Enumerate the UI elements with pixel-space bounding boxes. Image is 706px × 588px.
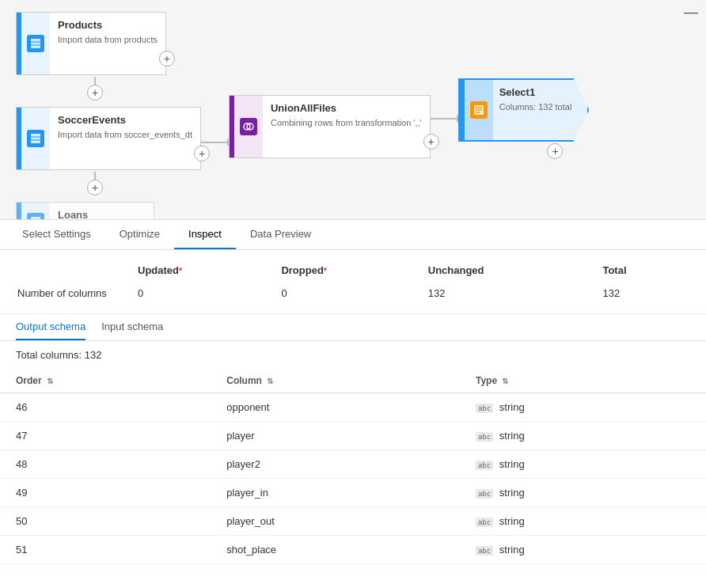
row-type: abc string xyxy=(460,507,706,536)
col-order-header[interactable]: Order ⇅ xyxy=(0,369,211,393)
row-order: 48 xyxy=(0,450,211,479)
row-column: player xyxy=(211,422,460,450)
union-icon xyxy=(240,118,257,135)
table-row: 46 opponent abc string xyxy=(0,393,706,422)
stats-row-label: Number of columns xyxy=(17,283,136,304)
svg-rect-6 xyxy=(31,217,40,220)
select1-node[interactable]: Select1 Columns: 132 total xyxy=(458,78,590,142)
column-sort-icon: ⇅ xyxy=(267,377,273,385)
select1-title: Select1 xyxy=(499,86,572,98)
schema-table: Order ⇅ Column ⇅ Type ⇅ 46 opponent xyxy=(0,369,706,564)
soccer-events-icon xyxy=(27,130,44,147)
row-type: abc string xyxy=(460,450,706,479)
schema-tab-input[interactable]: Input schema xyxy=(101,314,163,340)
table-row: 48 player2 abc string xyxy=(0,450,706,479)
products-node[interactable]: Products Import data from products + xyxy=(16,12,166,75)
updated-star: * xyxy=(179,266,182,275)
row-order: 46 xyxy=(0,393,211,422)
stats-label-header xyxy=(17,260,136,281)
pipeline-canvas: — Products Import data from products xyxy=(0,0,706,220)
svg-rect-0 xyxy=(31,39,40,48)
union-desc: Combining rows from transformation ',,' xyxy=(271,117,422,128)
row-column: player_in xyxy=(211,479,460,507)
type-icon: abc xyxy=(476,489,493,499)
products-title: Products xyxy=(58,19,158,31)
col-type-header[interactable]: Type ⇅ xyxy=(460,369,706,393)
tab-data-preview[interactable]: Data Preview xyxy=(236,220,325,249)
products-icon xyxy=(27,35,44,52)
row-column: shot_place xyxy=(211,536,460,564)
row-type: abc string xyxy=(460,536,706,564)
table-row: 50 player_out abc string xyxy=(0,507,706,536)
soccer-events-add-bottom[interactable]: + xyxy=(87,180,103,195)
table-row: 49 player_in abc string xyxy=(0,479,706,507)
stats-dropped-header: Dropped* xyxy=(281,260,426,281)
type-icon: abc xyxy=(476,518,493,527)
bottom-panel: Select Settings Optimize Inspect Data Pr… xyxy=(0,220,706,588)
select1-desc: Columns: 132 total xyxy=(499,101,572,112)
loans-icon xyxy=(27,213,44,220)
type-icon: abc xyxy=(476,461,493,470)
row-order: 49 xyxy=(0,479,211,507)
soccer-events-node[interactable]: SoccerEvents Import data from soccer_eve… xyxy=(16,107,201,170)
table-row: 51 shot_place abc string xyxy=(0,536,706,564)
row-type: abc string xyxy=(460,393,706,422)
stats-table: Updated* Dropped* Unchanged Total Number… xyxy=(16,258,690,305)
soccer-events-title: SoccerEvents xyxy=(58,114,192,126)
schema-table-container[interactable]: Order ⇅ Column ⇅ Type ⇅ 46 opponent xyxy=(0,369,706,588)
row-order: 50 xyxy=(0,507,211,536)
soccer-events-desc: Import data from soccer_events_dt xyxy=(58,129,192,140)
union-all-files-node[interactable]: UnionAllFiles Combining rows from transf… xyxy=(229,95,431,158)
soccer-events-add-right[interactable]: + xyxy=(194,146,210,161)
row-type: abc string xyxy=(460,479,706,507)
stats-total-header: Total xyxy=(602,260,689,281)
stats-dropped-value: 0 xyxy=(281,283,426,304)
stats-unchanged-value: 132 xyxy=(428,283,602,304)
svg-rect-3 xyxy=(31,134,40,143)
loans-title: Loans xyxy=(58,209,146,220)
schema-tabs: Output schema Input schema xyxy=(0,314,706,341)
type-icon: abc xyxy=(476,432,493,442)
row-order: 47 xyxy=(0,422,211,450)
products-add-bottom[interactable]: + xyxy=(87,85,103,101)
stats-total-value: 132 xyxy=(602,283,689,304)
order-sort-icon: ⇅ xyxy=(47,377,53,385)
row-column: player_out xyxy=(211,507,460,536)
type-icon: abc xyxy=(476,404,493,413)
union-add-right[interactable]: + xyxy=(423,134,439,150)
type-icon: abc xyxy=(476,546,493,556)
stats-updated-value: 0 xyxy=(138,283,279,304)
stats-unchanged-header: Unchanged xyxy=(428,260,602,281)
select1-icon xyxy=(470,101,488,119)
main-tabs: Select Settings Optimize Inspect Data Pr… xyxy=(0,220,706,250)
select1-add-bottom[interactable]: + xyxy=(547,143,563,159)
union-title: UnionAllFiles xyxy=(271,102,422,114)
products-desc: Import data from products xyxy=(58,34,158,45)
products-add-right[interactable]: + xyxy=(159,51,175,66)
stats-row: Number of columns 0 0 132 132 xyxy=(17,283,689,304)
stats-updated-header: Updated* xyxy=(138,260,279,281)
row-column: player2 xyxy=(211,450,460,479)
row-type: abc string xyxy=(460,422,706,450)
col-column-header[interactable]: Column ⇅ xyxy=(211,369,460,393)
row-order: 51 xyxy=(0,536,211,564)
loans-node[interactable]: Loans xyxy=(16,202,154,220)
total-columns-label: Total columns: 132 xyxy=(0,341,706,369)
tab-inspect[interactable]: Inspect xyxy=(174,220,236,249)
tab-select-settings[interactable]: Select Settings xyxy=(8,220,105,249)
type-sort-icon: ⇅ xyxy=(502,377,508,385)
dropped-star: * xyxy=(324,266,327,275)
tab-optimize[interactable]: Optimize xyxy=(105,220,174,249)
schema-tab-output[interactable]: Output schema xyxy=(16,314,85,340)
row-column: opponent xyxy=(211,393,460,422)
table-row: 47 player abc string xyxy=(0,422,706,450)
stats-section: Updated* Dropped* Unchanged Total Number… xyxy=(0,250,706,314)
